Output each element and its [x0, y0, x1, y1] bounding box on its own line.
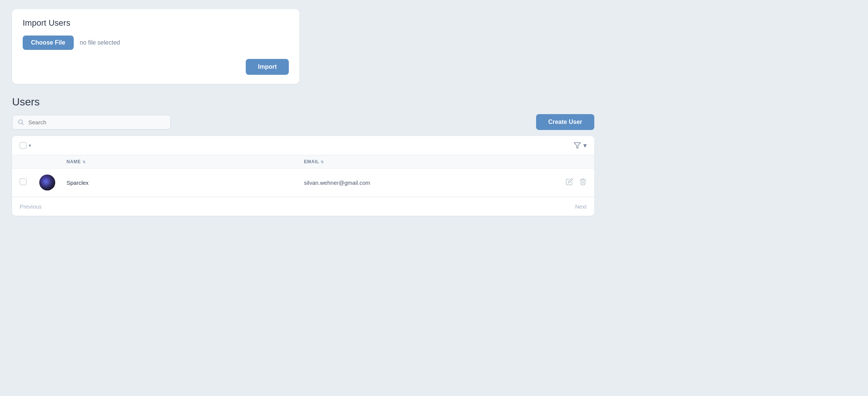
search-create-row: Create User [12, 114, 594, 130]
import-card-title: Import Users [23, 18, 289, 28]
filter-chevron-icon: ▾ [583, 141, 587, 150]
avatar [39, 175, 67, 190]
file-row: Choose File no file selected [23, 36, 289, 50]
search-icon [17, 119, 24, 125]
previous-button[interactable]: Previous [20, 203, 42, 210]
svg-line-1 [22, 123, 23, 124]
svg-marker-2 [574, 143, 581, 148]
select-all-checkbox[interactable] [20, 142, 26, 149]
table-column-headers: NAME ⇅ EMAIL ⇅ [12, 155, 594, 169]
create-user-button[interactable]: Create User [536, 114, 594, 130]
search-wrapper [12, 115, 171, 130]
filter-button[interactable]: ▾ [574, 141, 587, 150]
row-checkbox-wrapper [20, 178, 39, 187]
user-name: Sparclex [67, 179, 304, 186]
import-btn-row: Import [23, 59, 289, 75]
filter-icon [574, 142, 581, 149]
table-toolbar: ▾ ▾ [12, 136, 594, 155]
users-table: ▾ ▾ NAME ⇅ EMAIL ⇅ [12, 136, 594, 216]
delete-icon[interactable] [579, 178, 587, 187]
email-sort-icon: ⇅ [321, 160, 324, 164]
users-section-title: Users [12, 96, 594, 108]
row-checkbox[interactable] [20, 178, 26, 185]
select-all-chevron-icon[interactable]: ▾ [29, 143, 31, 148]
choose-file-button[interactable]: Choose File [23, 36, 74, 50]
svg-point-0 [19, 120, 23, 124]
name-sort-icon: ⇅ [82, 160, 86, 164]
select-all-wrapper: ▾ [20, 142, 31, 149]
next-button[interactable]: Next [575, 203, 587, 210]
name-column-header[interactable]: NAME ⇅ [67, 159, 304, 164]
email-column-header[interactable]: EMAIL ⇅ [304, 159, 541, 164]
import-users-card: Import Users Choose File no file selecte… [12, 9, 299, 84]
edit-icon[interactable] [566, 178, 573, 187]
user-email: silvan.wehner@gmail.com [304, 179, 541, 186]
users-section: Users Create User ▾ ▾ [12, 96, 594, 216]
search-input[interactable] [12, 115, 171, 130]
pagination-row: Previous Next [12, 197, 594, 216]
import-button[interactable]: Import [246, 59, 289, 75]
table-row: Sparclex silvan.wehner@gmail.com [12, 169, 594, 197]
row-actions [541, 178, 587, 187]
no-file-label: no file selected [80, 39, 120, 46]
